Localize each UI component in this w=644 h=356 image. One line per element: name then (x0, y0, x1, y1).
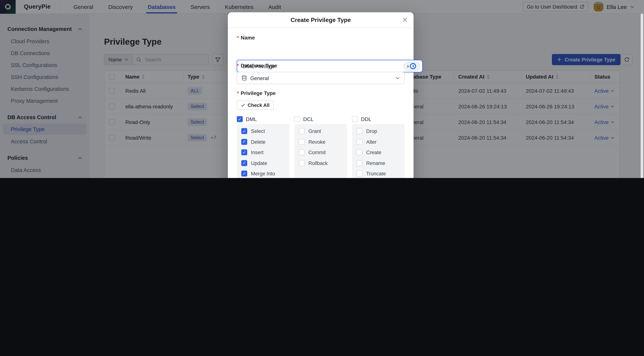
dcl-checkbox[interactable] (294, 116, 300, 122)
privilege-type-field-label: * Privilege Type (237, 90, 404, 96)
privilege-group-heads: DML DCL DDL (237, 116, 404, 124)
privilege-option[interactable]: Drop (356, 128, 400, 135)
group-ddl[interactable]: DDL (352, 116, 372, 122)
password-manager-icon[interactable]: › (404, 62, 420, 71)
option-label: Revoke (308, 139, 326, 145)
check-all-label: Check All (248, 102, 270, 108)
label-text: Privilege Type (241, 90, 276, 96)
privilege-option[interactable]: Revoke (299, 139, 342, 145)
check-all-row: Check All (237, 100, 404, 110)
option-label: Create (366, 149, 381, 156)
option-label: Commit (308, 149, 326, 156)
check-icon (241, 103, 245, 107)
label-text: Name (241, 35, 255, 41)
dcl-panel: Grant Revoke Commit Rollback (294, 124, 347, 178)
database-type-value: General (250, 75, 269, 81)
group-label: DML (246, 116, 257, 122)
password-manager-ring (410, 63, 416, 69)
option-label: Alter (366, 139, 377, 145)
create-privilege-type-modal: Create Privilege Type * Name › * Databas… (228, 12, 414, 178)
group-dcl[interactable]: DCL (294, 116, 314, 122)
privilege-group-panels: Select Delete Insert Update Merge Into S… (237, 124, 404, 178)
privilege-option[interactable]: Commit (299, 149, 342, 156)
option-label: Delete (251, 139, 266, 145)
required-marker: * (237, 63, 239, 68)
privilege-option[interactable]: Delete (241, 139, 285, 145)
vertical-scrollbar[interactable] (641, 13, 643, 178)
password-manager-arrow: › (407, 63, 409, 68)
option-label: Select (251, 128, 265, 135)
modal-header: Create Privilege Type (228, 12, 414, 28)
privilege-option[interactable]: Merge Into (241, 171, 285, 177)
dml-panel: Select Delete Insert Update Merge Into S… (237, 124, 289, 178)
privilege-option[interactable]: Select (241, 128, 285, 135)
screen: QueryPie General Discovery Databases Ser… (0, 0, 644, 178)
privilege-option[interactable]: Rollback (299, 160, 342, 167)
privilege-option[interactable]: Insert (241, 149, 285, 156)
option-label: Rename (366, 160, 385, 167)
option-label: Update (251, 160, 267, 167)
chevron-down-icon (396, 77, 400, 79)
required-marker: * (237, 35, 239, 41)
option-label: Drop (366, 128, 377, 135)
database-icon (242, 75, 247, 81)
privilege-option[interactable]: Alter (356, 139, 400, 145)
ddl-panel: Drop Alter Create Rename Truncate (352, 124, 404, 178)
label-text: Database Type (241, 63, 277, 68)
ddl-checkbox[interactable] (352, 116, 358, 122)
option-label: Merge Into (251, 171, 275, 177)
group-label: DDL (361, 116, 372, 122)
option-label: Grant (308, 128, 321, 135)
group-label: DCL (303, 116, 314, 122)
privilege-option[interactable]: Update (241, 160, 285, 167)
option-label: Truncate (366, 171, 386, 177)
modal-title: Create Privilege Type (290, 16, 351, 23)
close-icon[interactable] (402, 17, 408, 22)
database-type-select[interactable]: General (237, 72, 404, 84)
group-dml[interactable]: DML (237, 116, 257, 122)
dml-checkbox[interactable] (237, 116, 243, 122)
required-marker: * (237, 90, 239, 96)
privilege-option[interactable]: Create (356, 149, 400, 156)
option-label: Rollback (308, 160, 328, 167)
check-all-button[interactable]: Check All (237, 100, 274, 110)
name-field-label: * Name (237, 35, 404, 41)
privilege-option[interactable]: Grant (299, 128, 342, 135)
privilege-option[interactable]: Rename (356, 160, 400, 167)
database-type-field-label: * Database Type (237, 63, 404, 68)
option-label: Insert (251, 149, 264, 156)
privilege-option[interactable]: Truncate (356, 171, 400, 177)
